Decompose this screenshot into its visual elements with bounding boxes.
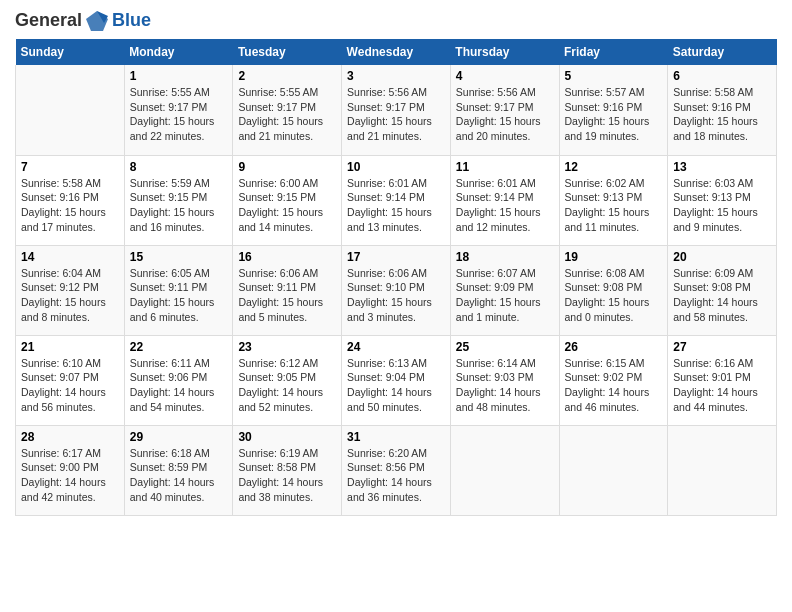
day-number: 4 [456, 69, 554, 83]
logo-bird-icon [86, 11, 108, 31]
logo-blue: Blue [112, 10, 151, 31]
calendar-cell: 24Sunrise: 6:13 AM Sunset: 9:04 PM Dayli… [342, 335, 451, 425]
day-info: Sunrise: 6:18 AM Sunset: 8:59 PM Dayligh… [130, 446, 228, 505]
calendar-cell: 26Sunrise: 6:15 AM Sunset: 9:02 PM Dayli… [559, 335, 668, 425]
calendar-cell: 22Sunrise: 6:11 AM Sunset: 9:06 PM Dayli… [124, 335, 233, 425]
day-number: 21 [21, 340, 119, 354]
day-info: Sunrise: 6:01 AM Sunset: 9:14 PM Dayligh… [456, 176, 554, 235]
day-info: Sunrise: 6:02 AM Sunset: 9:13 PM Dayligh… [565, 176, 663, 235]
calendar-header-sunday: Sunday [16, 39, 125, 65]
calendar-cell: 7Sunrise: 5:58 AM Sunset: 9:16 PM Daylig… [16, 155, 125, 245]
calendar-cell: 25Sunrise: 6:14 AM Sunset: 9:03 PM Dayli… [450, 335, 559, 425]
day-number: 9 [238, 160, 336, 174]
header: General Blue [15, 10, 777, 31]
calendar-header-wednesday: Wednesday [342, 39, 451, 65]
calendar-header-friday: Friday [559, 39, 668, 65]
calendar-header-saturday: Saturday [668, 39, 777, 65]
day-info: Sunrise: 5:59 AM Sunset: 9:15 PM Dayligh… [130, 176, 228, 235]
day-number: 31 [347, 430, 445, 444]
day-info: Sunrise: 5:57 AM Sunset: 9:16 PM Dayligh… [565, 85, 663, 144]
day-number: 22 [130, 340, 228, 354]
day-number: 11 [456, 160, 554, 174]
calendar-cell: 1Sunrise: 5:55 AM Sunset: 9:17 PM Daylig… [124, 65, 233, 155]
day-info: Sunrise: 6:06 AM Sunset: 9:10 PM Dayligh… [347, 266, 445, 325]
calendar-header-row: SundayMondayTuesdayWednesdayThursdayFrid… [16, 39, 777, 65]
day-number: 6 [673, 69, 771, 83]
day-number: 3 [347, 69, 445, 83]
day-number: 8 [130, 160, 228, 174]
day-info: Sunrise: 6:01 AM Sunset: 9:14 PM Dayligh… [347, 176, 445, 235]
page-container: General Blue SundayMondayTuesdayWednesda… [0, 0, 792, 526]
day-number: 12 [565, 160, 663, 174]
calendar-cell: 16Sunrise: 6:06 AM Sunset: 9:11 PM Dayli… [233, 245, 342, 335]
calendar-cell: 18Sunrise: 6:07 AM Sunset: 9:09 PM Dayli… [450, 245, 559, 335]
day-info: Sunrise: 6:20 AM Sunset: 8:56 PM Dayligh… [347, 446, 445, 505]
day-number: 2 [238, 69, 336, 83]
day-number: 10 [347, 160, 445, 174]
calendar-week-row: 14Sunrise: 6:04 AM Sunset: 9:12 PM Dayli… [16, 245, 777, 335]
day-number: 14 [21, 250, 119, 264]
day-info: Sunrise: 5:55 AM Sunset: 9:17 PM Dayligh… [130, 85, 228, 144]
day-info: Sunrise: 5:56 AM Sunset: 9:17 PM Dayligh… [456, 85, 554, 144]
day-info: Sunrise: 6:10 AM Sunset: 9:07 PM Dayligh… [21, 356, 119, 415]
calendar-week-row: 7Sunrise: 5:58 AM Sunset: 9:16 PM Daylig… [16, 155, 777, 245]
calendar-cell: 5Sunrise: 5:57 AM Sunset: 9:16 PM Daylig… [559, 65, 668, 155]
day-info: Sunrise: 6:03 AM Sunset: 9:13 PM Dayligh… [673, 176, 771, 235]
calendar-cell: 31Sunrise: 6:20 AM Sunset: 8:56 PM Dayli… [342, 425, 451, 515]
calendar-cell: 28Sunrise: 6:17 AM Sunset: 9:00 PM Dayli… [16, 425, 125, 515]
day-info: Sunrise: 6:05 AM Sunset: 9:11 PM Dayligh… [130, 266, 228, 325]
calendar-header-monday: Monday [124, 39, 233, 65]
calendar-cell [559, 425, 668, 515]
day-number: 17 [347, 250, 445, 264]
calendar-cell: 11Sunrise: 6:01 AM Sunset: 9:14 PM Dayli… [450, 155, 559, 245]
calendar-week-row: 1Sunrise: 5:55 AM Sunset: 9:17 PM Daylig… [16, 65, 777, 155]
calendar-cell: 12Sunrise: 6:02 AM Sunset: 9:13 PM Dayli… [559, 155, 668, 245]
day-number: 23 [238, 340, 336, 354]
calendar-cell [450, 425, 559, 515]
day-number: 27 [673, 340, 771, 354]
calendar-cell: 13Sunrise: 6:03 AM Sunset: 9:13 PM Dayli… [668, 155, 777, 245]
calendar-cell: 10Sunrise: 6:01 AM Sunset: 9:14 PM Dayli… [342, 155, 451, 245]
calendar-week-row: 28Sunrise: 6:17 AM Sunset: 9:00 PM Dayli… [16, 425, 777, 515]
logo-general: General [15, 10, 82, 31]
calendar-cell: 14Sunrise: 6:04 AM Sunset: 9:12 PM Dayli… [16, 245, 125, 335]
calendar-cell: 9Sunrise: 6:00 AM Sunset: 9:15 PM Daylig… [233, 155, 342, 245]
calendar-cell: 4Sunrise: 5:56 AM Sunset: 9:17 PM Daylig… [450, 65, 559, 155]
day-info: Sunrise: 5:58 AM Sunset: 9:16 PM Dayligh… [673, 85, 771, 144]
calendar-cell: 21Sunrise: 6:10 AM Sunset: 9:07 PM Dayli… [16, 335, 125, 425]
calendar-cell: 19Sunrise: 6:08 AM Sunset: 9:08 PM Dayli… [559, 245, 668, 335]
day-info: Sunrise: 6:16 AM Sunset: 9:01 PM Dayligh… [673, 356, 771, 415]
day-info: Sunrise: 6:06 AM Sunset: 9:11 PM Dayligh… [238, 266, 336, 325]
day-info: Sunrise: 6:08 AM Sunset: 9:08 PM Dayligh… [565, 266, 663, 325]
day-number: 1 [130, 69, 228, 83]
day-number: 15 [130, 250, 228, 264]
day-info: Sunrise: 6:07 AM Sunset: 9:09 PM Dayligh… [456, 266, 554, 325]
day-number: 25 [456, 340, 554, 354]
calendar-table: SundayMondayTuesdayWednesdayThursdayFrid… [15, 39, 777, 516]
day-info: Sunrise: 6:15 AM Sunset: 9:02 PM Dayligh… [565, 356, 663, 415]
calendar-cell: 20Sunrise: 6:09 AM Sunset: 9:08 PM Dayli… [668, 245, 777, 335]
day-number: 20 [673, 250, 771, 264]
day-number: 5 [565, 69, 663, 83]
calendar-cell: 30Sunrise: 6:19 AM Sunset: 8:58 PM Dayli… [233, 425, 342, 515]
day-number: 19 [565, 250, 663, 264]
calendar-header-tuesday: Tuesday [233, 39, 342, 65]
calendar-cell: 17Sunrise: 6:06 AM Sunset: 9:10 PM Dayli… [342, 245, 451, 335]
day-number: 7 [21, 160, 119, 174]
day-info: Sunrise: 5:56 AM Sunset: 9:17 PM Dayligh… [347, 85, 445, 144]
calendar-cell [668, 425, 777, 515]
day-info: Sunrise: 6:09 AM Sunset: 9:08 PM Dayligh… [673, 266, 771, 325]
day-number: 16 [238, 250, 336, 264]
day-info: Sunrise: 6:13 AM Sunset: 9:04 PM Dayligh… [347, 356, 445, 415]
day-info: Sunrise: 5:58 AM Sunset: 9:16 PM Dayligh… [21, 176, 119, 235]
day-number: 30 [238, 430, 336, 444]
day-number: 24 [347, 340, 445, 354]
calendar-cell: 29Sunrise: 6:18 AM Sunset: 8:59 PM Dayli… [124, 425, 233, 515]
day-info: Sunrise: 6:12 AM Sunset: 9:05 PM Dayligh… [238, 356, 336, 415]
day-info: Sunrise: 6:17 AM Sunset: 9:00 PM Dayligh… [21, 446, 119, 505]
calendar-cell: 8Sunrise: 5:59 AM Sunset: 9:15 PM Daylig… [124, 155, 233, 245]
calendar-cell: 2Sunrise: 5:55 AM Sunset: 9:17 PM Daylig… [233, 65, 342, 155]
calendar-cell [16, 65, 125, 155]
calendar-cell: 27Sunrise: 6:16 AM Sunset: 9:01 PM Dayli… [668, 335, 777, 425]
day-number: 28 [21, 430, 119, 444]
